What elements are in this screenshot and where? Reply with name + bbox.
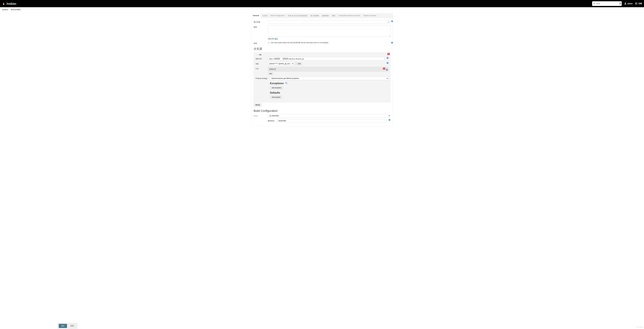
config-tabs: General 分支源 Build Configuration 扫描 多分支流水… xyxy=(251,14,393,18)
credentials-select[interactable]: jenkins/****** (jenkins_git_acc) xyxy=(268,62,294,65)
tab-properties[interactable]: 属性 xyxy=(330,14,337,18)
help-icon[interactable]: ? xyxy=(387,62,388,64)
svg-rect-1 xyxy=(3,4,4,5)
translate-icon[interactable]: 文A xyxy=(285,82,288,85)
row-mode: Mode by Jenkinsfile xyxy=(254,114,390,117)
top-bar: Jenkins ? admin 注销 xyxy=(0,0,644,7)
translate-icon[interactable]: A xyxy=(387,21,390,23)
config-panel: General 分支源 Build Configuration 扫描 多分支流水… xyxy=(251,14,393,126)
source-type-label: Git xyxy=(259,54,262,56)
chevron-right-icon: › xyxy=(22,9,22,11)
tab-branch-sources[interactable]: 分支源 xyxy=(261,14,269,18)
key-icon: ⊸ xyxy=(296,63,297,65)
delete-source-button[interactable]: X xyxy=(388,53,390,55)
property-strategy-label: Property strategy xyxy=(256,77,268,79)
add-exception-button[interactable]: Add exception xyxy=(270,86,283,90)
credentials-label: 凭据 xyxy=(256,62,266,65)
property-strategy-select[interactable]: Named branches get different properties xyxy=(270,77,388,80)
breadcrumb-item[interactable]: Jenkins xyxy=(2,9,8,11)
svg-text:文: 文 xyxy=(286,82,286,83)
svg-point-0 xyxy=(3,3,4,4)
search-box[interactable]: ? xyxy=(592,1,622,6)
svg-point-3 xyxy=(4,3,4,3)
disable-label: 禁用 xyxy=(254,42,266,45)
script-path-input[interactable] xyxy=(277,119,386,123)
defaults-heading: Defaults xyxy=(270,91,388,94)
row-credentials: 凭据 jenkins/****** (jenkins_git_acc) ⊸ 添加… xyxy=(256,62,388,65)
mode-select[interactable]: by Jenkinsfile xyxy=(268,114,390,117)
help-icon[interactable]: ? xyxy=(387,57,388,59)
row-display-name: 显示名称 A ? xyxy=(254,20,390,24)
source-card-git: X ⋮⋮ Git 项目仓库 https:// s/jenkins xyxy=(254,52,390,102)
add-source-button[interactable]: 增加源 xyxy=(254,103,262,107)
description-label: 描述 xyxy=(254,25,266,28)
display-name-label: 显示名称 xyxy=(254,20,266,23)
jenkins-logo-link[interactable]: Jenkins xyxy=(2,2,16,6)
row-property-strategy: Property strategy Named branches get dif… xyxy=(256,77,388,99)
plaintext-label: [纯文本] xyxy=(268,38,274,40)
search-icon xyxy=(593,2,596,5)
brand-text: Jenkins xyxy=(6,2,16,6)
display-name-input[interactable] xyxy=(268,20,390,24)
behavior-name: 发现分支 xyxy=(269,68,276,70)
drag-handle-icon[interactable]: ⋮⋮ xyxy=(256,54,258,56)
row-behaviors: 行为 发现分支 X ? Add xyxy=(256,67,388,75)
page: General 分支源 Build Configuration 扫描 多分支流水… xyxy=(0,12,644,137)
search-help-icon[interactable]: ? xyxy=(620,2,621,5)
user-icon xyxy=(624,2,626,5)
add-credentials-button[interactable]: ⊸ 添加 xyxy=(295,62,302,65)
help-icon[interactable]: ? xyxy=(388,119,390,121)
add-property-button[interactable]: Add property xyxy=(270,96,282,99)
row-disable: 禁用 (No new builds within this 多分支流水线 wil… xyxy=(254,42,390,45)
tab-general[interactable]: General xyxy=(251,14,261,18)
user-name: admin xyxy=(628,3,633,5)
row-description: 描述 [纯文本] 预览 xyxy=(254,25,390,40)
help-icon[interactable]: ? xyxy=(391,20,393,22)
logout-icon xyxy=(635,2,638,5)
behaviors-label: 行为 xyxy=(256,67,266,70)
logout-link[interactable]: 注销 xyxy=(635,2,642,5)
repo-input[interactable] xyxy=(268,57,384,61)
search-input[interactable] xyxy=(596,3,619,5)
jenkins-logo-icon xyxy=(2,2,5,5)
tab-orphan-strategy[interactable]: 孤儿项策略 xyxy=(309,14,320,18)
repo-label: 项目仓库 xyxy=(256,57,266,60)
row-script-path: 脚本路径 ? xyxy=(254,119,390,123)
preview-link[interactable]: 预览 xyxy=(274,38,278,40)
disable-checkbox[interactable] xyxy=(268,42,270,44)
chevron-right-icon: › xyxy=(9,9,10,11)
logout-label: 注销 xyxy=(638,3,642,5)
script-path-label: 脚本路径 xyxy=(268,119,276,122)
row-repo: 项目仓库 https:// s/jenkins-libraries.git ? xyxy=(256,57,388,61)
build-config-heading: Build Configuration xyxy=(254,109,390,113)
description-textarea[interactable] xyxy=(268,25,390,37)
help-icon[interactable]: ? xyxy=(386,69,388,71)
behavior-item: 发现分支 X ? xyxy=(268,67,388,72)
tab-health-metrics[interactable]: 健康指标 xyxy=(320,14,330,18)
disable-hint: (No new builds within this 多分支流水线 will b… xyxy=(271,42,328,44)
svg-point-2 xyxy=(3,3,4,3)
mode-label: Mode xyxy=(254,114,266,117)
branch-sources-heading: 分支源 xyxy=(254,47,390,51)
tab-pipeline-libraries[interactable]: Pipeline Libraries xyxy=(362,14,378,18)
user-link[interactable]: admin xyxy=(624,2,633,5)
tab-build-config[interactable]: Build Configuration xyxy=(269,14,286,18)
delete-behavior-button[interactable]: X xyxy=(383,68,385,70)
breadcrumb-item[interactable]: librarise测试 xyxy=(11,9,21,11)
breadcrumb: Jenkins › librarise测试 › xyxy=(0,7,644,12)
svg-text:A: A xyxy=(286,83,287,84)
exceptions-heading: Exceptions 文A xyxy=(270,82,388,85)
add-behavior-button[interactable]: Add xyxy=(268,72,273,75)
help-icon[interactable]: ? xyxy=(391,42,393,44)
tab-declarative-pipeline[interactable]: Declarative Pipeline (Docker) xyxy=(337,14,362,18)
tab-scan-triggers[interactable]: 扫描 多分支流水线 触发器 xyxy=(286,14,309,18)
